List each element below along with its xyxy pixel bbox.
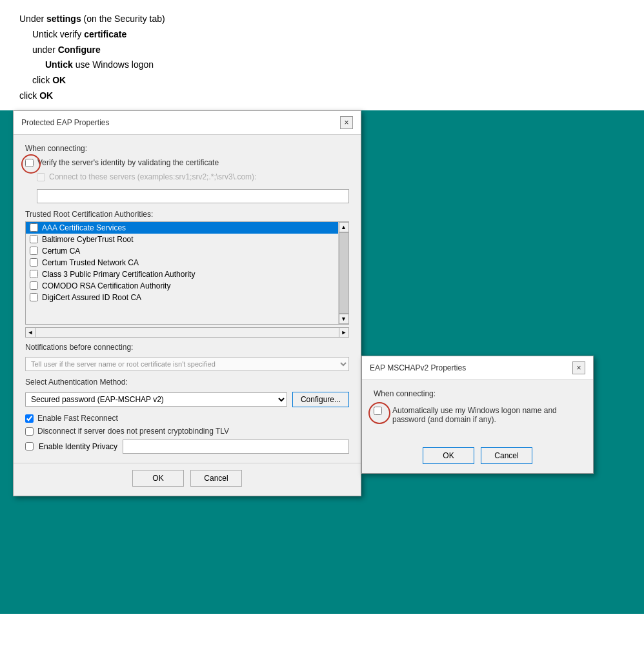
instruction-line1: Under settings (on the Security tab) [19,12,631,27]
instruction-line2: Untick verify certificate [19,27,631,43]
notifications-section: Notifications before connecting: Tell us… [25,343,349,371]
mschap-dialog-titlebar: EAP MSCHAPv2 Properties × [362,356,593,380]
eap-cancel-button[interactable]: Cancel [190,470,242,487]
cert-checkbox-certum-ca[interactable] [30,247,38,255]
cert-checkbox-certum-network[interactable] [30,258,38,267]
cryptobinding-checkbox[interactable] [25,427,34,436]
mschap-when-connecting-label: When connecting: [374,389,581,398]
connect-servers-label: Connect to these servers (examples:srv1;… [49,172,256,181]
mschap-ok-button[interactable]: OK [423,447,474,464]
cert-list-item[interactable]: Certum CA [26,245,338,257]
identity-privacy-label: Enable Identity Privacy [39,442,117,451]
auth-method-row: Secured password (EAP-MSCHAP v2) Configu… [25,392,349,407]
auth-method-label: Select Authentication Method: [25,378,349,387]
cert-list-item[interactable]: Certum Trusted Network CA [26,257,338,268]
cert-checkbox-baltimore[interactable] [30,235,38,243]
cert-list-scrollbar[interactable]: ▲ ▼ [338,222,348,324]
mschap-cancel-button[interactable]: Cancel [481,447,532,464]
scrollbar-down-arrow[interactable]: ▼ [339,314,349,324]
fast-reconnect-checkbox[interactable] [25,414,34,423]
eap-dialog-body: When connecting: Verify the server's ide… [14,135,361,463]
mschap-dialog-close-button[interactable]: × [572,361,585,374]
connect-servers-row: Connect to these servers (examples:srv1;… [37,172,349,181]
verify-cert-circle [25,158,34,167]
connect-servers-checkbox[interactable] [37,173,45,181]
auth-method-section: Select Authentication Method: Secured pa… [25,378,349,407]
instructions-section: Under settings (on the Security tab) Unt… [0,0,644,110]
hrz-right-arrow[interactable]: ► [339,327,349,338]
fast-reconnect-row: Enable Fast Reconnect [25,414,349,423]
eap-ok-button[interactable]: OK [132,470,184,487]
fast-reconnect-label: Enable Fast Reconnect [37,414,118,423]
eap-properties-dialog: Protected EAP Properties × When connecti… [13,110,361,496]
cert-checkbox-class3[interactable] [30,270,38,278]
cert-list-item[interactable]: Class 3 Public Primary Certification Aut… [26,268,338,280]
verify-cert-checkbox[interactable] [25,159,34,167]
when-connecting-label: When connecting: [25,144,349,153]
cert-list-item[interactable]: DigiCert Assured ID Root CA [26,292,338,303]
cert-checkbox-comodo[interactable] [30,281,38,290]
horizontal-scrollbar[interactable]: ◄ ► [25,327,349,338]
notifications-label: Notifications before connecting: [25,343,349,352]
eap-dialog-footer: OK Cancel [14,463,361,496]
mschap-dialog: EAP MSCHAPv2 Properties × When connectin… [361,356,594,474]
scrollbar-thumb[interactable] [339,232,349,314]
verify-cert-row: Verify the server's identity by validati… [25,158,349,167]
auth-method-dropdown[interactable]: Secured password (EAP-MSCHAP v2) [25,392,287,407]
hrz-left-arrow[interactable]: ◄ [25,327,35,338]
auto-logon-checkbox[interactable] [374,407,382,415]
mschap-dialog-body: When connecting: Automatically use my Wi… [362,380,593,441]
eap-dialog-titlebar: Protected EAP Properties × [14,111,361,135]
identity-privacy-checkbox[interactable] [25,442,34,451]
mschap-dialog-title: EAP MSCHAPv2 Properties [370,363,466,372]
trusted-root-label: Trusted Root Certification Authorities: [25,210,349,219]
mschap-dialog-footer: OK Cancel [362,441,593,473]
server-input-field[interactable] [37,189,349,203]
instruction-line6: click OK [19,88,631,104]
verify-cert-label: Verify the server's identity by validati… [37,158,219,167]
cert-list[interactable]: AAA Certificate Services Baltimore Cyber… [26,222,338,324]
instruction-line5: click OK [19,73,631,88]
auto-logon-label: Automatically use my Windows logon name … [392,406,581,424]
notifications-dropdown[interactable]: Tell user if the server name or root cer… [25,357,349,371]
eap-dialog-close-button[interactable]: × [340,116,353,129]
hrz-track[interactable] [35,327,339,338]
identity-privacy-input[interactable] [123,440,349,454]
identity-privacy-row: Enable Identity Privacy [25,440,349,454]
eap-dialog-title: Protected EAP Properties [21,118,110,127]
scrollbar-up-arrow[interactable]: ▲ [339,222,349,232]
cert-checkbox-digicert[interactable] [30,293,38,301]
auto-logon-circle [374,406,382,415]
auto-windows-logon-row: Automatically use my Windows logon name … [374,406,581,424]
cert-list-item[interactable]: AAA Certificate Services [26,222,338,234]
cert-list-item[interactable]: COMODO RSA Certification Authority [26,280,338,292]
cert-list-item[interactable]: Baltimore CyberTrust Root [26,234,338,245]
disconnect-cryptobinding-row: Disconnect if server does not present cr… [25,427,349,436]
instruction-line3: under Configure [19,43,631,58]
cert-list-wrapper: AAA Certificate Services Baltimore Cyber… [25,221,349,325]
cert-checkbox-aaa[interactable] [30,223,38,232]
options-section: Enable Fast Reconnect Disconnect if serv… [25,414,349,454]
instruction-line4: Untick use Windows logon [19,57,631,73]
desktop-area: Protected EAP Properties × When connecti… [0,110,644,614]
configure-button[interactable]: Configure... [292,392,349,407]
cryptobinding-label: Disconnect if server does not present cr… [37,427,229,436]
notifications-dropdown-row: Tell user if the server name or root cer… [25,357,349,371]
